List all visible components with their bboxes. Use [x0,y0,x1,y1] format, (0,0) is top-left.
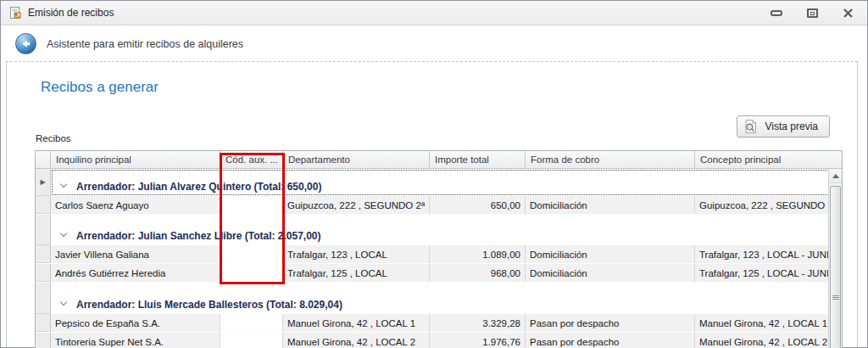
cell-importe[interactable]: 1.089,00 [430,245,526,263]
table-row[interactable]: Pepsico de España S.A.Manuel Girona, 42 … [36,314,830,333]
row-indicator-cell[interactable] [36,283,51,314]
cell-departamento[interactable]: Trafalgar, 123 , LOCAL [283,245,430,263]
content-panel: Recibos a generar Vista previa Recibos I… [6,61,858,347]
group-row[interactable]: Arrendador: Julian Sanchez Llibre (Total… [36,215,830,245]
grid-label: Recibos [36,133,71,143]
group-cell[interactable]: Arrendador: Julian Sanchez Llibre (Total… [51,215,830,245]
cell-cod_aux[interactable] [220,264,283,282]
cell-forma[interactable]: Domiciliación [526,196,695,214]
cell-concepto[interactable]: Trafalgar, 123 , LOCAL - JUNIO [695,245,830,263]
cell-forma[interactable]: Pasan por despacho [526,333,695,348]
row-indicator-cell[interactable] [36,314,51,332]
receipts-grid: Inquilino principalCód. aux. ...Departam… [35,150,843,348]
row-indicator-header [36,151,51,168]
column-header-inquilino[interactable]: Inquilino principal [51,151,220,168]
cell-importe[interactable]: 1.976,76 [430,333,526,348]
column-header-importe[interactable]: Importe total [430,151,526,168]
table-row[interactable]: Carlos Saenz AguayoGuipuzcoa, 222 , SEGU… [36,196,830,215]
cell-cod_aux[interactable] [220,196,283,214]
grid-scrollbar[interactable] [828,169,842,348]
cell-forma[interactable]: Pasan por despacho [526,314,695,332]
cell-concepto[interactable]: Manuel Girona, 42 , LOCAL 2 - J [695,333,830,348]
group-row[interactable]: ▶Arrendador: Julian Alvarez Quintero (To… [36,169,830,196]
cell-importe[interactable]: 650,00 [430,196,526,214]
column-header-cod_aux[interactable]: Cód. aux. ... [220,151,283,168]
collapse-icon[interactable] [60,230,67,237]
preview-button[interactable]: Vista previa [737,115,830,138]
wizard-title: Asistente para emitir recibos de alquile… [47,38,243,50]
close-icon [843,8,854,19]
column-header-concepto[interactable]: Concepto principal [695,151,843,168]
cell-inquilino[interactable]: Carlos Saenz Aguayo [51,196,220,214]
cell-departamento[interactable]: Trafalgar, 125 , LOCAL [283,264,430,282]
wizard-header: Asistente para emitir recibos de alquile… [2,25,866,62]
row-indicator-cell[interactable] [36,196,51,214]
grid-body: ▶Arrendador: Julian Alvarez Quintero (To… [36,169,830,348]
group-row[interactable]: Arrendador: Lluis Mercade Ballesteros (T… [36,283,830,314]
column-header-departamento[interactable]: Departamento [283,151,430,168]
close-button[interactable] [837,5,859,22]
group-label: Arrendador: Julian Alvarez Quintero (Tot… [76,181,321,193]
minimize-icon [771,10,782,16]
dialog-window: Emisión de recibos Asistente para emitir… [0,0,868,348]
table-row[interactable]: Tintoreria Super Net S.A.Manuel Girona, … [36,333,830,348]
cell-departamento[interactable]: Guipuzcoa, 222 , SEGUNDO 2ª [283,196,430,214]
grid-header-row: Inquilino principalCód. aux. ...Departam… [36,151,843,169]
scrollbar-up-button[interactable] [829,169,842,183]
row-indicator-cell[interactable] [36,215,51,245]
row-indicator-cell[interactable]: ▶ [36,169,51,196]
group-cell[interactable]: Arrendador: Lluis Mercade Ballesteros (T… [51,283,830,314]
cell-concepto[interactable]: Guipuzcoa, 222 , SEGUNDO 2ª - [695,196,830,214]
maximize-button[interactable] [801,5,823,22]
back-button[interactable] [15,33,36,54]
minimize-button[interactable] [765,5,787,22]
preview-button-label: Vista previa [765,121,818,132]
cell-inquilino[interactable]: Pepsico de España S.A. [51,314,220,332]
collapse-icon[interactable] [60,181,67,188]
row-indicator-cell[interactable] [36,333,51,348]
row-indicator-cell[interactable] [36,264,51,282]
back-arrow-icon [19,37,32,50]
app-icon [8,6,22,20]
group-label: Arrendador: Julian Sanchez Llibre (Total… [76,230,321,242]
table-row[interactable]: Andrés Gutiérrez HerediaTrafalgar, 125 ,… [36,264,830,283]
cell-importe[interactable]: 3.329,28 [430,314,526,332]
cell-inquilino[interactable]: Javier Villena Galiana [51,245,220,263]
cell-inquilino[interactable]: Andrés Gutiérrez Heredia [51,264,220,282]
cell-departamento[interactable]: Manuel Girona, 42 , LOCAL 2 [283,333,430,348]
current-row-icon: ▶ [40,179,45,186]
cell-departamento[interactable]: Manuel Girona, 42 , LOCAL 1 [283,314,430,332]
page-title: Recibos a generar [41,79,159,96]
cell-concepto[interactable]: Manuel Girona, 42 , LOCAL 1 - J [695,314,830,332]
window-title: Emisión de recibos [28,7,114,19]
maximize-icon [807,8,818,18]
column-header-forma[interactable]: Forma de cobro [526,151,695,168]
preview-icon [744,119,758,134]
group-label: Arrendador: Lluis Mercade Ballesteros (T… [76,299,342,311]
scrollbar-up-icon [832,174,839,178]
cell-forma[interactable]: Domiciliación [526,245,695,263]
cell-cod_aux[interactable] [220,314,283,332]
cell-importe[interactable]: 968,00 [430,264,526,282]
scrollbar-grip-icon [832,295,839,300]
cell-concepto[interactable]: Trafalgar, 125 , LOCAL - JUNIO [695,264,830,282]
row-indicator-cell[interactable] [36,245,51,263]
cell-cod_aux[interactable] [220,333,283,348]
group-cell[interactable]: Arrendador: Julian Alvarez Quintero (Tot… [51,169,830,196]
title-bar: Emisión de recibos [1,1,867,25]
cell-inquilino[interactable]: Tintoreria Super Net S.A. [51,333,220,348]
cell-cod_aux[interactable] [220,245,283,263]
scrollbar-thumb[interactable] [830,186,841,348]
table-row[interactable]: Javier Villena GalianaTrafalgar, 123 , L… [36,245,830,264]
collapse-icon[interactable] [60,299,67,306]
cell-forma[interactable]: Domiciliación [526,264,695,282]
